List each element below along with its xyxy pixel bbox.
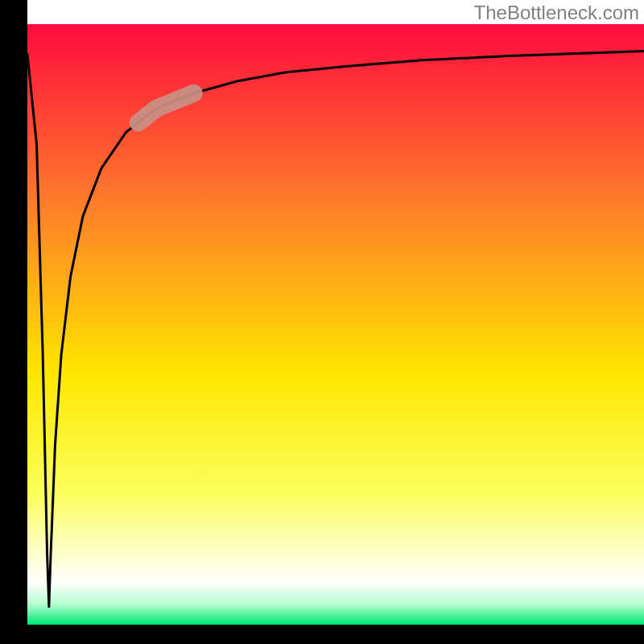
watermark-text: TheBottleneck.com <box>474 2 639 24</box>
frame-left-bar <box>0 0 27 644</box>
chart-stage: TheBottleneck.com <box>0 0 644 644</box>
chart-svg <box>0 0 644 644</box>
plot-background <box>27 24 644 625</box>
frame-bottom-bar <box>0 625 644 644</box>
